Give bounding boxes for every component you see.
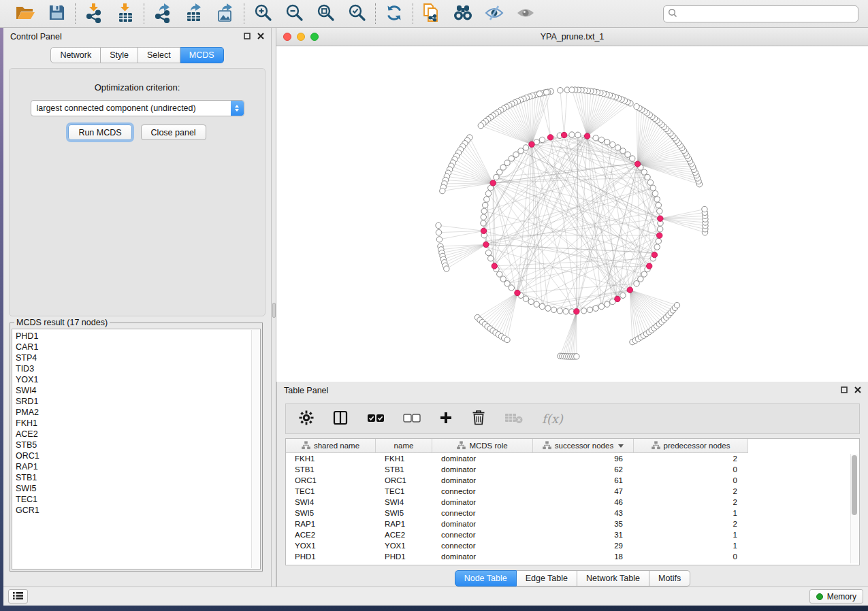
import-table-button[interactable] [113,3,138,24]
open-session-button[interactable] [13,3,37,24]
graph-node[interactable] [645,174,650,180]
cell[interactable]: connector [432,509,533,517]
float-panel-icon[interactable] [244,32,251,42]
mcds-result-item[interactable]: ACE2 [16,429,260,440]
show-columns-button[interactable] [332,410,349,428]
zoom-out-button[interactable] [282,3,306,24]
graph-dominator-node[interactable] [627,287,632,293]
graph-node[interactable] [647,180,653,185]
zoom-in-button[interactable] [251,3,275,24]
cell[interactable]: ORC1 [376,476,432,484]
mcds-result-item[interactable]: GCR1 [16,505,260,516]
graph-node[interactable] [563,308,568,314]
graph-node[interactable] [569,87,575,93]
table-row[interactable]: TEC1TEC1connector472 [286,486,850,497]
tab-select[interactable]: Select [138,47,180,63]
tab-node-table[interactable]: Node Table [455,570,517,587]
table-row[interactable]: ACE2ACE2connector311 [286,529,850,540]
graph-dominator-node[interactable] [481,228,486,233]
graph-node[interactable] [620,148,626,154]
graph-node[interactable] [654,197,660,202]
hide-details-button[interactable] [482,3,507,24]
mcds-result-item[interactable]: TEC1 [16,494,260,505]
cell[interactable]: TEC1 [286,487,376,495]
mcds-result-item[interactable]: STB5 [16,440,260,450]
graph-node[interactable] [545,306,551,311]
graph-node[interactable] [504,281,510,286]
cell[interactable]: dominator [432,455,533,463]
graph-node[interactable] [481,220,486,226]
refresh-button[interactable] [382,3,406,24]
graph-node[interactable] [436,237,442,242]
graph-dominator-node[interactable] [574,309,579,314]
graph-node[interactable] [539,303,545,309]
graph-node[interactable] [557,308,562,314]
search-field[interactable] [663,5,858,22]
cell[interactable]: SWI5 [286,509,376,517]
zoom-fit-button[interactable] [313,3,338,24]
cell[interactable]: connector [432,487,533,495]
mcds-result-item[interactable]: SWI4 [16,385,260,396]
window-minimize-button[interactable] [297,33,305,41]
graph-node[interactable] [523,296,528,301]
graph-node[interactable] [657,208,662,214]
mcds-result-item[interactable]: PMA2 [16,407,260,418]
cell[interactable]: YOX1 [286,542,376,550]
table-row[interactable]: RAP1RAP1dominator352 [286,518,850,529]
task-history-button[interactable] [8,589,28,604]
graph-node[interactable] [650,185,656,191]
mcds-result-item[interactable]: RAP1 [16,461,260,472]
cell[interactable]: 35 [533,520,634,528]
cell[interactable]: ORC1 [286,476,376,484]
graph-node[interactable] [478,122,483,128]
search-network-button[interactable] [451,3,475,24]
mcds-list-scrollbar[interactable] [251,330,259,568]
graph-node[interactable] [674,302,679,308]
graph-dominator-node[interactable] [483,242,489,247]
graph-node[interactable] [610,142,615,147]
mcds-result-item[interactable]: ORC1 [16,450,260,461]
cell[interactable]: 62 [533,465,634,474]
mcds-result-item[interactable]: STB1 [16,472,260,483]
graph-node[interactable] [488,256,494,261]
cell[interactable]: FKH1 [286,455,376,463]
float-panel-icon[interactable] [841,386,848,395]
graph-dominator-node[interactable] [515,290,520,295]
graph-dominator-node[interactable] [657,233,662,238]
graph-node[interactable] [634,281,639,286]
close-panel-icon[interactable] [854,386,861,395]
graph-node[interactable] [481,208,487,214]
mcds-result-item[interactable]: YOX1 [16,374,260,385]
graph-node[interactable] [587,307,592,312]
cell[interactable]: 2 [634,487,748,495]
graph-node[interactable] [615,145,620,150]
tab-edge-table[interactable]: Edge Table [517,570,577,587]
zoom-selected-button[interactable] [344,3,369,24]
graph-node[interactable] [513,152,519,157]
add-column-button[interactable] [439,411,453,427]
graph-node[interactable] [536,91,542,97]
graph-node[interactable] [528,299,534,304]
cell[interactable]: FKH1 [376,455,432,463]
graph-node[interactable] [444,266,449,271]
column-header-name[interactable]: name [376,439,432,453]
graph-node[interactable] [534,301,539,307]
export-image-button[interactable] [213,3,238,24]
table-row[interactable]: STB1STB1dominator620 [286,464,850,475]
graph-node[interactable] [485,191,491,196]
cell[interactable]: STB1 [376,465,432,474]
window-close-button[interactable] [283,33,291,41]
graph-dominator-node[interactable] [615,296,620,301]
graph-node[interactable] [641,271,647,277]
window-maximize-button[interactable] [310,33,319,41]
mcds-result-item[interactable]: STP4 [16,352,260,363]
mcds-result-item[interactable]: FKH1 [16,418,260,429]
cell[interactable]: 46 [533,498,634,506]
mcds-result-item[interactable]: PHD1 [16,331,260,342]
cell[interactable]: RAP1 [286,520,376,528]
cell[interactable]: connector [432,542,533,550]
graph-node[interactable] [509,285,514,291]
close-panel-icon[interactable] [257,32,264,42]
clone-network-button[interactable] [419,3,444,24]
graph-node[interactable] [497,271,502,277]
